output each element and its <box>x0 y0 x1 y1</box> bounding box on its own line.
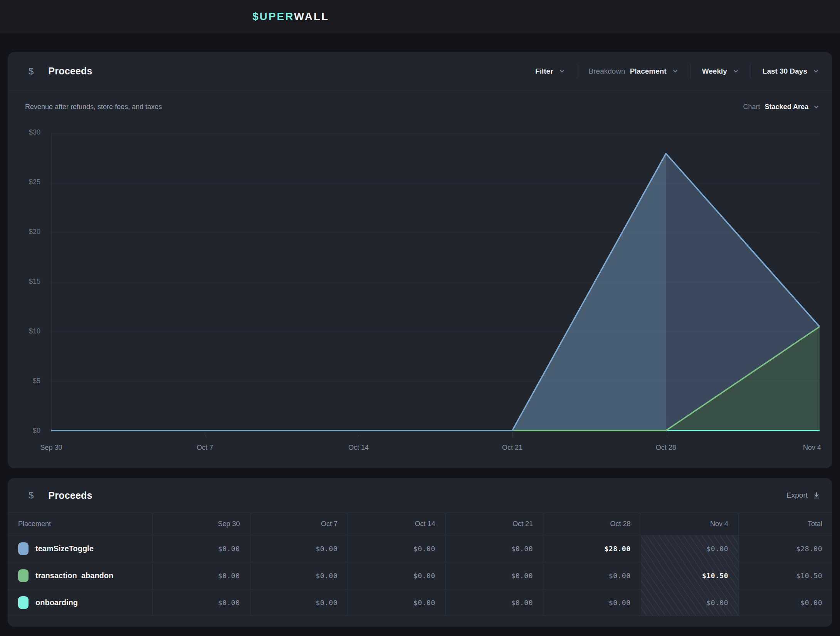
value-cell: $28.00 <box>738 535 832 562</box>
chart-type-dropdown[interactable]: Chart Stacked Area <box>743 103 820 111</box>
value-cell: $28.00 <box>543 535 641 562</box>
value-cell: $0.00 <box>445 589 543 616</box>
interval-value: Weekly <box>702 67 727 76</box>
proceeds-table: PlacementSep 30Oct 7Oct 14Oct 21Oct 28No… <box>8 513 832 616</box>
chart-controls: Filter Breakdown Placement Weekly Last 3… <box>524 64 819 79</box>
value-cell: $10.50 <box>738 562 832 589</box>
column-header-oct-28: Oct 28 <box>543 513 641 535</box>
logo-text-primary: $UPER <box>252 10 294 22</box>
date-range-value: Last 30 Days <box>763 67 807 76</box>
y-axis-tick-label: $30 <box>13 128 40 138</box>
proceeds-chart-card: $ Proceeds Filter Breakdown Placement We… <box>8 52 832 468</box>
table-card-header: $ Proceeds Export <box>8 478 832 513</box>
download-icon <box>812 491 821 500</box>
area-fill-teamSizeToggle <box>51 153 666 431</box>
value-cell: $0.00 <box>348 535 445 562</box>
chart-card-title: Proceeds <box>48 66 92 77</box>
color-swatch <box>18 569 29 582</box>
logo-text-secondary: WALL <box>294 10 329 22</box>
export-label: Export <box>786 491 808 500</box>
table-card-title: Proceeds <box>48 490 92 501</box>
chevron-down-icon <box>732 68 739 74</box>
dollar-icon: $ <box>29 490 34 501</box>
value-cell: $0.00 <box>152 535 250 562</box>
value-cell: $0.00 <box>445 562 543 589</box>
value-cell: $0.00 <box>250 589 348 616</box>
value-cell: $0.00 <box>543 589 641 616</box>
x-axis-tick <box>359 432 359 437</box>
placement-name: onboarding <box>35 598 78 607</box>
value-cell: $0.00 <box>445 535 543 562</box>
column-header-sep-30: Sep 30 <box>152 513 250 535</box>
chevron-down-icon <box>813 68 819 74</box>
value-cell: $0.00 <box>348 562 445 589</box>
column-header-oct-21: Oct 21 <box>445 513 543 535</box>
value-cell: $0.00 <box>738 589 832 616</box>
column-header-nov-4: Nov 4 <box>641 513 739 535</box>
breakdown-dropdown[interactable]: Breakdown Placement <box>577 67 690 76</box>
table-row-transaction-abandon: transaction_abandon$0.00$0.00$0.00$0.00$… <box>8 562 832 589</box>
value-cell: $0.00 <box>641 589 739 616</box>
placement-name: teamSizeToggle <box>35 544 94 553</box>
table-row-onboarding: onboarding$0.00$0.00$0.00$0.00$0.00$0.00… <box>8 589 832 616</box>
x-axis-tick-label: Oct 28 <box>656 444 676 452</box>
placement-name: transaction_abandon <box>35 571 113 580</box>
chevron-down-icon <box>559 68 565 74</box>
x-axis-tick <box>205 432 205 437</box>
interval-dropdown[interactable]: Weekly <box>690 67 751 76</box>
value-cell: $10.50 <box>641 562 739 589</box>
x-axis-tick-label: Nov 4 <box>803 444 821 452</box>
x-axis-tick-label: Oct 14 <box>348 444 369 452</box>
chart-type-label: Chart <box>743 103 760 111</box>
y-axis-tick-label: $0 <box>13 427 40 436</box>
date-range-dropdown[interactable]: Last 30 Days <box>751 67 819 76</box>
top-nav-bar: $UPERWALL <box>0 0 840 33</box>
filter-label: Filter <box>535 67 553 76</box>
column-header-placement: Placement <box>8 513 152 535</box>
table-header-row: PlacementSep 30Oct 7Oct 14Oct 21Oct 28No… <box>8 513 832 535</box>
chart-subtitle: Revenue after refunds, store fees, and t… <box>25 103 162 111</box>
color-swatch <box>18 596 29 609</box>
x-axis-tick <box>512 432 512 437</box>
value-cell: $0.00 <box>641 535 739 562</box>
proceeds-table-card: $ Proceeds Export PlacementSep 30Oct 7Oc… <box>8 478 832 627</box>
color-swatch <box>18 542 29 555</box>
stacked-area-chart <box>51 133 820 431</box>
breakdown-label: Breakdown <box>589 67 625 76</box>
value-cell: $0.00 <box>250 535 348 562</box>
chart-card-header: $ Proceeds Filter Breakdown Placement We… <box>8 52 832 91</box>
export-button[interactable]: Export <box>786 491 821 500</box>
chart-type-value: Stacked Area <box>765 103 808 111</box>
table-row-teamsizetoggle: teamSizeToggle$0.00$0.00$0.00$0.00$28.00… <box>8 535 832 562</box>
dollar-icon: $ <box>29 66 34 77</box>
y-axis-tick-label: $10 <box>13 327 40 337</box>
value-cell: $0.00 <box>250 562 348 589</box>
y-axis-tick-label: $5 <box>13 377 40 386</box>
value-cell: $0.00 <box>543 562 641 589</box>
column-header-oct-14: Oct 14 <box>348 513 445 535</box>
chevron-down-icon <box>672 68 679 74</box>
filter-dropdown[interactable]: Filter <box>524 67 576 76</box>
chevron-down-icon <box>813 104 820 110</box>
y-axis-tick-label: $15 <box>13 278 40 287</box>
superwall-logo: $UPERWALL <box>252 10 329 23</box>
y-axis-tick-label: $20 <box>13 228 40 237</box>
value-cell: $0.00 <box>152 589 250 616</box>
value-cell: $0.00 <box>152 562 250 589</box>
y-axis-tick-label: $25 <box>13 178 40 187</box>
column-header-oct-7: Oct 7 <box>250 513 348 535</box>
x-axis-tick-label: Oct 7 <box>197 444 213 452</box>
value-cell: $0.00 <box>348 589 445 616</box>
x-axis-tick-label: Oct 21 <box>502 444 522 452</box>
x-axis-tick <box>666 432 666 437</box>
x-axis-tick-label: Sep 30 <box>40 444 62 452</box>
breakdown-value: Placement <box>630 67 667 76</box>
column-header-total: Total <box>738 513 832 535</box>
